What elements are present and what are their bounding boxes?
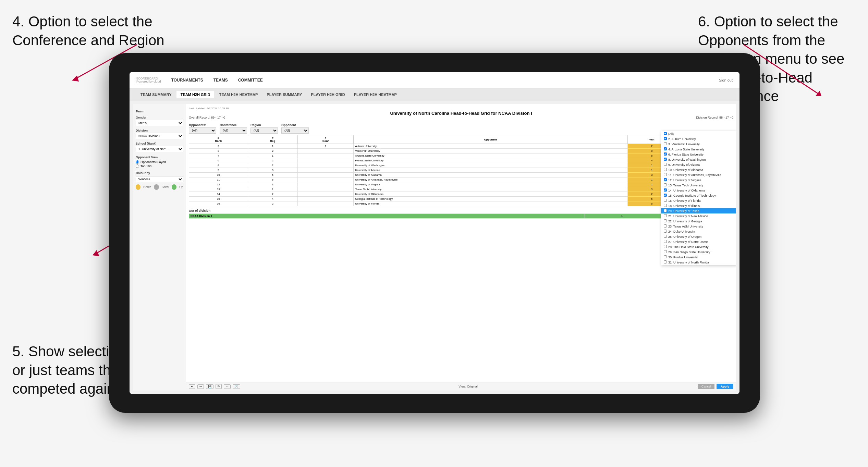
dropdown-item[interactable]: 23. Texas A&M University bbox=[661, 224, 736, 229]
cell-rank: 12 bbox=[189, 182, 248, 187]
cell-rank: 6 bbox=[189, 158, 248, 163]
copy-btn[interactable]: ⧉ bbox=[216, 384, 222, 389]
dropdown-checkbox[interactable] bbox=[664, 214, 667, 217]
cell-reg: 3 bbox=[248, 182, 297, 187]
dropdown-checkbox[interactable] bbox=[664, 255, 667, 258]
clock-btn[interactable]: 🕐 bbox=[233, 384, 240, 389]
opponents-select[interactable]: (All) bbox=[189, 127, 216, 134]
dropdown-item[interactable]: 21. University of New Mexico bbox=[661, 213, 736, 219]
dropdown-item[interactable]: 8. University of Washington bbox=[661, 157, 736, 162]
dropdown-checkbox[interactable] bbox=[664, 219, 667, 222]
dropdown-checkbox[interactable] bbox=[664, 204, 667, 207]
dropdown-item[interactable]: 6. Florida State University bbox=[661, 152, 736, 157]
table-row: 6 2 Florida State University 4 2 bbox=[189, 158, 733, 163]
nav-teams[interactable]: TEAMS bbox=[213, 78, 228, 83]
nav-committee[interactable]: COMMITTEE bbox=[238, 78, 263, 83]
tab-player-summary[interactable]: PLAYER SUMMARY bbox=[262, 91, 306, 98]
radio-top100[interactable]: Top 100 bbox=[136, 164, 183, 168]
dropdown-checkbox[interactable] bbox=[664, 230, 667, 233]
cell-name: Florida State University bbox=[354, 158, 628, 163]
radio-opponents-played-input[interactable] bbox=[136, 160, 139, 164]
dropdown-checkbox[interactable] bbox=[664, 183, 667, 186]
dropdown-item[interactable]: 12. University of Virginia bbox=[661, 177, 736, 183]
cell-rank: 14 bbox=[189, 192, 248, 197]
col-opponent: Opponent bbox=[354, 135, 628, 144]
redo-btn[interactable]: ↪ bbox=[197, 384, 204, 389]
dropdown-item[interactable]: 3. Vanderbilt University bbox=[661, 142, 736, 147]
dropdown-checkbox[interactable] bbox=[664, 199, 667, 202]
tab-team-summary[interactable]: TEAM SUMMARY bbox=[136, 91, 176, 98]
dropdown-item[interactable]: 31. University of North Florida bbox=[661, 260, 736, 265]
dropdown-checkbox[interactable] bbox=[664, 194, 667, 197]
save-btn[interactable]: 💾 bbox=[206, 384, 213, 389]
dropdown-item[interactable]: 10. University of Alabama bbox=[661, 167, 736, 172]
cell-conf: 1 bbox=[297, 144, 354, 149]
dropdown-checkbox[interactable] bbox=[664, 158, 667, 161]
dropdown-item[interactable]: 27. University of Notre Dame bbox=[661, 239, 736, 244]
dropdown-checkbox[interactable] bbox=[664, 173, 667, 176]
cancel-button[interactable]: Cancel bbox=[698, 384, 714, 389]
dropdown-item[interactable]: 9. University of Arizona bbox=[661, 162, 736, 167]
dropdown-item[interactable]: 11. University of Arkansas, Fayetteville bbox=[661, 172, 736, 177]
dropdown-item[interactable]: (All) bbox=[661, 131, 736, 136]
dropdown-item[interactable]: 18. University of Illinois bbox=[661, 203, 736, 208]
signout[interactable]: Sign out bbox=[719, 78, 733, 82]
cell-conf bbox=[297, 197, 354, 201]
dropdown-checkbox[interactable] bbox=[664, 163, 667, 166]
record-row: Overall Record: 89 - 17 - 0 Division Rec… bbox=[189, 116, 733, 119]
cell-rank: 2 bbox=[189, 144, 248, 149]
dropdown-checkbox[interactable] bbox=[664, 260, 667, 263]
tab-player-h2h-grid[interactable]: PLAYER H2H GRID bbox=[307, 91, 349, 98]
school-select[interactable]: 1. University of Nort... bbox=[136, 146, 183, 152]
nav-tournaments[interactable]: TOURNAMENTS bbox=[171, 78, 203, 83]
division-select[interactable]: NCAA Division I bbox=[136, 133, 183, 139]
tab-player-h2h-heatmap[interactable]: PLAYER H2H HEATMAP bbox=[350, 91, 401, 98]
dropdown-checkbox[interactable] bbox=[664, 224, 667, 228]
dropdown-item[interactable]: 30. Purdue University bbox=[661, 255, 736, 260]
opponents-filter: Opponents: (All) bbox=[189, 123, 216, 134]
more-btn[interactable]: ⋯ bbox=[224, 384, 231, 389]
dropdown-checkbox[interactable] bbox=[664, 137, 667, 140]
dropdown-checkbox[interactable] bbox=[664, 178, 667, 181]
dropdown-checkbox[interactable] bbox=[664, 240, 667, 243]
dropdown-checkbox[interactable] bbox=[664, 147, 667, 150]
radio-opponents-played[interactable]: Opponents Played bbox=[136, 160, 183, 164]
dropdown-item[interactable]: 16. University of Florida bbox=[661, 198, 736, 203]
colour-section: Colour by Win/loss Down Level Up bbox=[136, 171, 183, 190]
cell-name: Arizona State University bbox=[354, 153, 628, 158]
dropdown-item[interactable]: 24. Duke University bbox=[661, 229, 736, 234]
tab-team-h2h-heatmap[interactable]: TEAM H2H HEATMAP bbox=[215, 91, 262, 98]
col-conf: #Conf bbox=[297, 135, 354, 144]
dropdown-item[interactable]: 28. The Ohio State University bbox=[661, 244, 736, 249]
dropdown-checkbox[interactable] bbox=[664, 152, 667, 156]
dropdown-item[interactable]: 22. University of Georgia bbox=[661, 219, 736, 224]
dropdown-item[interactable]: 15. Georgia Institute of Technology bbox=[661, 193, 736, 198]
dropdown-checkbox[interactable] bbox=[664, 209, 667, 212]
conference-select[interactable]: (All) bbox=[220, 127, 247, 134]
dropdown-checkbox[interactable] bbox=[664, 245, 667, 248]
radio-top100-input[interactable] bbox=[136, 164, 139, 168]
colour-select[interactable]: Win/loss bbox=[136, 176, 183, 182]
dropdown-checkbox[interactable] bbox=[664, 142, 667, 145]
dropdown-checkbox[interactable] bbox=[664, 132, 667, 135]
region-select[interactable]: (All) bbox=[250, 127, 278, 134]
dropdown-checkbox[interactable] bbox=[664, 168, 667, 171]
dropdown-item[interactable]: 14. University of Oklahoma bbox=[661, 188, 736, 193]
dropdown-item[interactable]: 13. Texas Tech University bbox=[661, 183, 736, 188]
opponent-dropdown[interactable]: (All)2. Auburn University3. Vanderbilt U… bbox=[661, 131, 736, 265]
dropdown-checkbox[interactable] bbox=[664, 188, 667, 192]
gender-select[interactable]: Men's bbox=[136, 120, 183, 126]
table-row: 15 4 Georgia Institute of Technology 5 0 bbox=[189, 197, 733, 201]
cell-reg: 2 bbox=[248, 192, 297, 197]
opponent-select[interactable]: (All) bbox=[281, 127, 309, 134]
dropdown-item[interactable]: 20. University of Texas bbox=[661, 208, 736, 213]
tab-team-h2h-grid[interactable]: TEAM H2H GRID bbox=[176, 91, 215, 98]
apply-button[interactable]: Apply bbox=[717, 384, 733, 389]
dropdown-item[interactable]: 25. University of Oregon bbox=[661, 234, 736, 239]
undo-btn[interactable]: ↩ bbox=[189, 384, 195, 389]
dropdown-checkbox[interactable] bbox=[664, 250, 667, 253]
dropdown-item[interactable]: 2. Auburn University bbox=[661, 136, 736, 142]
dropdown-checkbox[interactable] bbox=[664, 235, 667, 238]
dropdown-item[interactable]: 29. San Diego State University bbox=[661, 249, 736, 255]
dropdown-item[interactable]: 4. Arizona State University bbox=[661, 147, 736, 152]
